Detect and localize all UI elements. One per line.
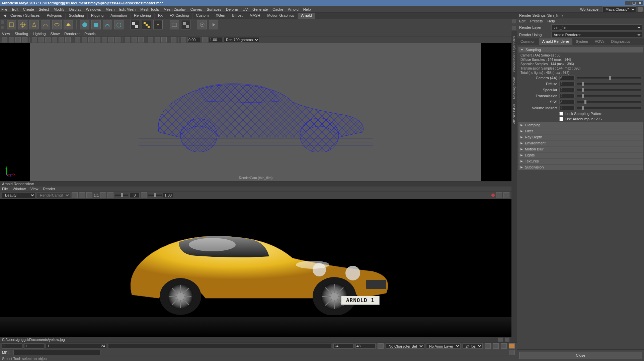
maximize-icon[interactable]: ▢ — [631, 1, 637, 5]
tab-common[interactable]: Common — [517, 38, 539, 45]
param-transmission-slider[interactable] — [577, 95, 641, 97]
rv-menu-view[interactable]: View — [30, 187, 38, 191]
shelf-scroll-up-icon[interactable] — [512, 19, 516, 23]
flush-caches-icon[interactable] — [142, 20, 151, 29]
shelf-tab-rigging[interactable]: Rigging — [88, 13, 107, 19]
rs-menu-presets[interactable]: Presets — [530, 19, 543, 23]
shelf-tab-curves[interactable]: Curves / Surfaces — [7, 13, 43, 19]
render-sequence-icon[interactable] — [209, 20, 218, 29]
menu-deform[interactable]: Deform — [226, 7, 238, 11]
viewport-3d[interactable]: y x z RenderCam (thin_film) — [0, 43, 511, 181]
record-icon[interactable] — [491, 194, 495, 197]
render-icon[interactable] — [170, 20, 179, 29]
autobump-checkbox[interactable] — [559, 117, 563, 121]
menu-edit[interactable]: Edit — [12, 7, 18, 11]
menu-uv[interactable]: UV — [243, 7, 248, 11]
param-diffuse-slider[interactable] — [577, 83, 641, 85]
render-output[interactable]: ARNOLD 1 — [0, 199, 511, 337]
param-volume-input[interactable] — [559, 106, 575, 110]
menu-edit-mesh[interactable]: Edit Mesh — [119, 7, 136, 11]
gamma-slider-icon[interactable] — [202, 37, 208, 42]
shadows-icon[interactable] — [102, 37, 107, 42]
vp-menu-show[interactable]: Show — [51, 32, 60, 36]
photometric-light-icon[interactable] — [29, 20, 39, 29]
section-ray-depth[interactable]: ▶Ray Depth — [518, 134, 643, 140]
menu-file[interactable]: File — [1, 7, 7, 11]
tab-arnold-renderer[interactable]: Arnold Renderer — [539, 38, 573, 45]
lock-icon[interactable] — [638, 7, 643, 12]
shelf-tab-custom[interactable]: Custom — [193, 13, 213, 19]
bookmark-icon[interactable] — [15, 37, 21, 42]
textured-icon[interactable] — [88, 37, 94, 42]
playback-end-input[interactable] — [333, 343, 353, 349]
section-environment[interactable]: ▶Environment — [518, 140, 643, 146]
rv-gamma-value[interactable] — [163, 193, 173, 198]
crop-icon[interactable] — [100, 192, 106, 198]
ipr-icon[interactable] — [181, 20, 190, 29]
light-portal-icon[interactable] — [52, 20, 62, 29]
menu-mesh-tools[interactable]: Mesh Tools — [140, 7, 159, 11]
utility-icon[interactable] — [153, 20, 163, 29]
gamma-icon[interactable] — [155, 37, 160, 42]
shelf-tab-mash[interactable]: MASH — [246, 13, 264, 19]
anim-layer-select[interactable]: No Anim Layer — [426, 343, 461, 349]
anim-prefs-icon[interactable] — [509, 343, 515, 349]
section-motion-blur[interactable]: ▶Motion Blur — [518, 146, 643, 152]
shelf-tab-bifrost[interactable]: Bifrost — [229, 13, 246, 19]
shelf-tab-motion[interactable]: Motion Graphics — [264, 13, 298, 19]
param-transmission-input[interactable] — [559, 94, 575, 98]
menu-mesh[interactable]: Mesh — [105, 7, 114, 11]
skydome-light-icon[interactable] — [41, 20, 50, 29]
preferences-icon[interactable] — [501, 343, 507, 349]
motion-blur-icon[interactable] — [115, 37, 120, 42]
wireframe-icon[interactable] — [75, 37, 80, 42]
menu-modify[interactable]: Modify — [54, 7, 64, 11]
rv-menu-window[interactable]: Window — [13, 187, 26, 191]
shelf-tab-fx[interactable]: FX — [155, 13, 166, 19]
select-camera-icon[interactable] — [2, 37, 7, 42]
param-sss-slider[interactable] — [577, 101, 641, 103]
section-sampling[interactable]: ▼Sampling — [518, 47, 643, 52]
standin-icon[interactable] — [91, 20, 101, 29]
minimize-icon[interactable]: _ — [625, 1, 631, 5]
side-tab-modeling-toolkit[interactable]: Modeling Toolkit — [512, 75, 516, 101]
volume-icon[interactable] — [114, 20, 124, 29]
gamma-value[interactable] — [209, 37, 222, 42]
tab-diagnostics[interactable]: Diagnostics — [608, 38, 634, 45]
param-camera-aa-input[interactable] — [559, 76, 575, 80]
rs-menu-edit[interactable]: Edit — [519, 19, 526, 23]
menu-mesh-display[interactable]: Mesh Display — [164, 7, 186, 11]
fps-select[interactable]: 24 fps — [463, 343, 483, 349]
character-set-select[interactable]: No Character Set — [386, 343, 424, 349]
rv-menu-render[interactable]: Render — [43, 187, 55, 191]
shelf-tab-animation[interactable]: Animation — [107, 13, 131, 19]
refresh-icon[interactable] — [86, 192, 92, 198]
resolution-gate-icon[interactable] — [59, 37, 64, 42]
thumbnail-icon[interactable] — [498, 338, 503, 342]
menu-cache[interactable]: Cache — [272, 7, 283, 11]
use-lights-icon[interactable] — [95, 37, 100, 42]
rs-menu-help[interactable]: Help — [547, 19, 555, 23]
rv-menu-file[interactable]: File — [2, 187, 8, 191]
command-input[interactable] — [13, 350, 100, 355]
render-button-icon[interactable] — [72, 192, 78, 198]
autokey-icon[interactable] — [493, 343, 499, 349]
lock-camera-icon[interactable] — [9, 37, 14, 42]
camera-select[interactable]: RenderCamShape — [37, 192, 70, 198]
chevron-down-icon[interactable] — [505, 338, 509, 342]
stop-render-icon[interactable] — [79, 192, 85, 198]
lock-sampling-checkbox[interactable] — [559, 112, 563, 116]
depth-of-field-icon[interactable] — [171, 37, 176, 42]
param-volume-slider[interactable] — [577, 107, 641, 109]
aov-select[interactable]: Beauty — [2, 192, 35, 198]
menu-generate[interactable]: Generate — [252, 7, 268, 11]
range-end-input[interactable] — [355, 343, 376, 349]
2d-pan-icon[interactable] — [32, 37, 37, 42]
snapshot-icon[interactable] — [107, 192, 113, 198]
time-slider[interactable] — [108, 344, 331, 348]
exposure-icon[interactable] — [148, 37, 153, 42]
tab-aovs[interactable]: AOVs — [591, 38, 608, 45]
section-lights[interactable]: ▶Lights — [518, 152, 643, 158]
timeline-track[interactable]: 124 — [46, 344, 106, 348]
workspace-select[interactable]: Maya Classic* — [602, 6, 636, 12]
